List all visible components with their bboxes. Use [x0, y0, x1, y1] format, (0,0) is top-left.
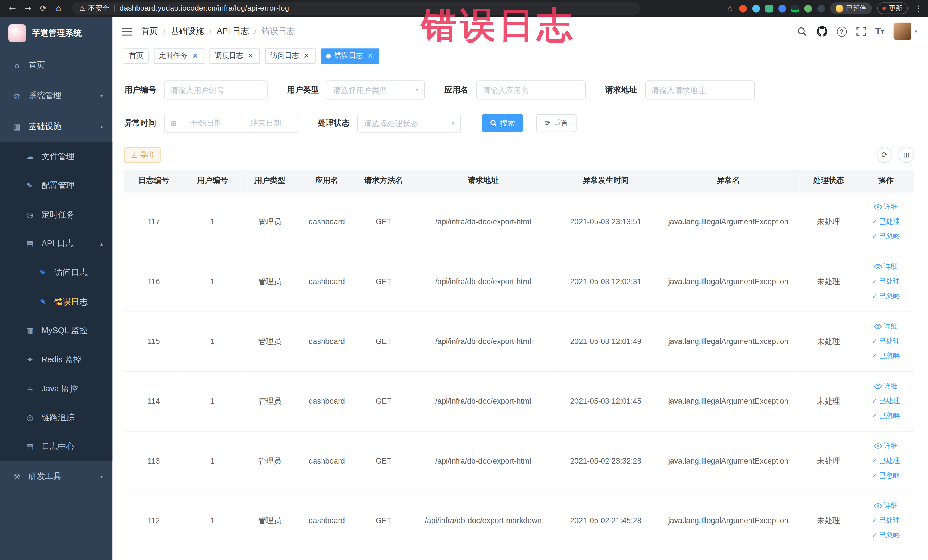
detail-link[interactable]: 详细 — [874, 498, 898, 513]
sidebar-item-api-log[interactable]: ▤ API 日志 ▴ — [0, 229, 112, 258]
processed-link[interactable]: ✓ 已处理 — [872, 214, 901, 229]
column-settings-button[interactable]: ⊞ — [898, 147, 914, 163]
ignored-link[interactable]: ✓ 已忽略 — [872, 468, 901, 483]
sidebar-collapse-button[interactable] — [122, 27, 132, 36]
app-name-label: 应用名 — [444, 85, 469, 95]
sidebar-item-dev-tools[interactable]: ⚒ 研发工具 ▾ — [0, 461, 112, 492]
date-range-picker[interactable]: ⊞ 开始日期 - 结束日期 — [164, 113, 298, 132]
sidebar-item-java-monitor[interactable]: ☕ Java 监控 — [0, 374, 112, 403]
user-type-select[interactable]: ▾ — [327, 81, 425, 99]
cell-user-type: 管理员 — [241, 192, 298, 252]
browser-back-button[interactable]: ← — [6, 3, 19, 13]
end-date-placeholder[interactable]: 结束日期 — [240, 118, 292, 128]
sidebar-item-error-log[interactable]: ✎ 错误日志 — [0, 287, 112, 316]
export-button[interactable]: ↓ 导出 — [124, 147, 161, 163]
address-bar[interactable]: ⚠ 不安全 | dashboard.yudao.iocoder.cn/infra… — [72, 2, 640, 15]
ignored-link[interactable]: ✓ 已忽略 — [872, 349, 901, 363]
ignored-link-label: 已忽略 — [879, 349, 901, 363]
sidebar-item-log-center[interactable]: ▤ 日志中心 — [0, 432, 112, 461]
user-id-input[interactable] — [170, 85, 261, 95]
breadcrumb: 首页 / 基础设施 / API 日志 / 错误日志 — [142, 26, 295, 37]
tab-close-icon[interactable]: × — [247, 52, 255, 60]
cell-actions: 详细 ✓ 已处理 ✓ 已忽略 — [858, 311, 914, 371]
cell-status: 未处理 — [800, 431, 858, 491]
sidebar-item-redis-monitor[interactable]: ✦ Redis 监控 — [0, 345, 112, 374]
ignored-link-label: 已忽略 — [879, 229, 901, 244]
user-menu[interactable]: ▾ — [894, 23, 917, 40]
sidebar-item-file-manage[interactable]: ☁ 文件管理 — [0, 142, 112, 171]
table-row: 113 1 管理员 dashboard GET /api/infra/db-do… — [124, 431, 914, 491]
detail-link[interactable]: 详细 — [874, 259, 898, 274]
browser-forward-button[interactable]: → — [21, 3, 35, 13]
user-type-label: 用户类型 — [287, 85, 319, 95]
detail-link[interactable]: 详细 — [874, 319, 898, 334]
security-label[interactable]: 不安全 — [88, 3, 110, 13]
logo[interactable]: 芋道管理系统 — [0, 17, 112, 50]
extension-icon[interactable] — [804, 5, 812, 12]
request-url-input[interactable] — [651, 85, 748, 95]
ignored-link[interactable]: ✓ 已忽略 — [872, 229, 901, 244]
process-status-select-input[interactable] — [364, 119, 449, 128]
tab-label: 首页 — [129, 51, 143, 61]
extension-icon[interactable] — [778, 5, 786, 12]
sidebar-item-system-manage[interactable]: ⚙ 系统管理 ▾ — [0, 81, 112, 111]
header-search-button[interactable] — [797, 26, 807, 36]
sidebar-item-tracing[interactable]: ◎ 链路追踪 — [0, 403, 112, 432]
fullscreen-button[interactable] — [856, 26, 865, 36]
start-date-placeholder[interactable]: 开始日期 — [180, 118, 232, 128]
bookmark-star-icon[interactable]: ☆ — [727, 4, 733, 12]
tab-close-icon[interactable]: × — [366, 52, 374, 60]
ignored-link[interactable]: ✓ 已忽略 — [872, 409, 901, 423]
tab-close-icon[interactable]: × — [191, 52, 199, 60]
tab-error-log[interactable]: 错误日志 × — [321, 48, 379, 64]
detail-link[interactable]: 详细 — [874, 379, 898, 394]
breadcrumb-api-log[interactable]: API 日志 — [217, 26, 249, 37]
browser-home-button[interactable]: ⌂ — [52, 3, 65, 13]
sidebar-item-mysql-monitor[interactable]: ▥ MySQL 监控 — [0, 316, 112, 345]
processed-link[interactable]: ✓ 已处理 — [872, 334, 901, 349]
browser-reload-button[interactable]: ⟳ — [37, 3, 50, 13]
sidebar-item-home[interactable]: ⌂ 首页 — [0, 50, 112, 81]
tab-access-log[interactable]: 访问日志 × — [265, 48, 315, 64]
breadcrumb-home[interactable]: 首页 — [142, 26, 158, 37]
font-size-button[interactable]: T T — [875, 26, 884, 37]
tab-close-icon[interactable]: × — [302, 52, 310, 60]
extension-icon[interactable] — [739, 5, 746, 12]
cell-status: 未处理 — [800, 491, 858, 551]
vue-devtools-icon[interactable] — [765, 5, 772, 12]
proxy-extension-icon[interactable] — [791, 5, 799, 12]
process-status-select[interactable]: ▾ — [357, 113, 461, 132]
ignored-link[interactable]: ✓ 已忽略 — [872, 528, 901, 543]
sidebar-item-scheduled-jobs[interactable]: ◷ 定时任务 — [0, 200, 112, 229]
sidebar-item-access-log[interactable]: ✎ 访问日志 — [0, 258, 112, 287]
page-url[interactable]: dashboard.yudao.iocoder.cn/infra/log/api… — [119, 4, 289, 12]
sidebar-item-infrastructure[interactable]: ▦ 基础设施 ▴ — [0, 111, 112, 142]
processed-link[interactable]: ✓ 已处理 — [872, 513, 901, 528]
processed-link[interactable]: ✓ 已处理 — [872, 394, 901, 409]
github-link[interactable] — [817, 26, 827, 37]
cell-request-url: /api/infra/db-doc/export-html — [412, 311, 554, 371]
reset-button[interactable]: ⟳ 重置 — [536, 114, 577, 132]
refresh-button[interactable]: ⟳ — [876, 147, 892, 163]
security-warning-icon: ⚠ — [79, 5, 85, 12]
paused-extension-button[interactable]: 已暂停 — [830, 2, 872, 14]
tab-home[interactable]: 首页 — [124, 48, 149, 64]
search-button[interactable]: 搜索 — [482, 114, 523, 132]
tab-schedule-log[interactable]: 调度日志 × — [209, 48, 259, 64]
app-name-input[interactable] — [483, 85, 579, 95]
ignored-link[interactable]: ✓ 已忽略 — [872, 289, 901, 304]
processed-link[interactable]: ✓ 已处理 — [872, 453, 901, 468]
github-icon — [817, 26, 827, 37]
browser-update-button[interactable]: 更新 — [877, 2, 908, 14]
extension-icon[interactable] — [752, 5, 760, 12]
breadcrumb-infrastructure[interactable]: 基础设施 — [171, 26, 204, 37]
detail-link[interactable]: 详细 — [874, 200, 898, 214]
user-type-select-input[interactable] — [333, 85, 412, 95]
processed-link[interactable]: ✓ 已处理 — [872, 274, 901, 289]
sidebar-item-config-manage[interactable]: ✎ 配置管理 — [0, 171, 112, 200]
help-button[interactable]: ? — [837, 26, 847, 36]
detail-link[interactable]: 详细 — [874, 439, 898, 453]
tab-scheduled-jobs[interactable]: 定时任务 × — [154, 48, 204, 64]
browser-menu-icon[interactable]: ⋮ — [914, 4, 922, 12]
extension-icon[interactable] — [817, 5, 825, 12]
